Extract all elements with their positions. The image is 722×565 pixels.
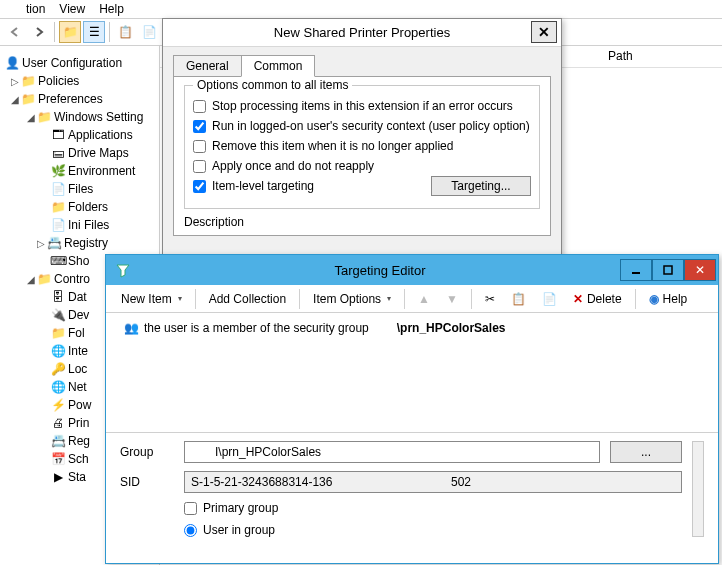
back-button[interactable] xyxy=(4,21,26,43)
close-button[interactable]: ✕ xyxy=(531,21,557,43)
cut-icon[interactable]: ✂ xyxy=(478,288,502,310)
item-icon: 📁 xyxy=(50,325,66,341)
tree-label: Prin xyxy=(68,416,89,430)
dialog-titlebar[interactable]: New Shared Printer Properties ✕ xyxy=(163,19,561,47)
move-down-icon[interactable]: ▼ xyxy=(439,288,465,310)
item-icon: 📁 xyxy=(50,199,66,215)
copy-icon[interactable]: 📋 xyxy=(504,288,533,310)
item-icon: 🌐 xyxy=(50,379,66,395)
tree-item[interactable]: ▷📇Registry xyxy=(0,234,159,252)
dialog-title: New Shared Printer Properties xyxy=(274,25,450,40)
menu-view[interactable]: View xyxy=(59,2,85,16)
folder-icon: 📁 xyxy=(36,271,52,287)
tree-user-config[interactable]: 👤 User Configuration xyxy=(0,54,159,72)
minimize-button[interactable] xyxy=(620,259,652,281)
user-in-group-label: User in group xyxy=(203,523,275,537)
tree-label: Sta xyxy=(68,470,86,484)
maximize-button[interactable] xyxy=(652,259,684,281)
item-icon: 📅 xyxy=(50,451,66,467)
option-row[interactable]: Run in logged-on user's security context… xyxy=(193,116,531,136)
expand-icon[interactable]: ▷ xyxy=(36,238,46,249)
option-row[interactable]: Stop processing items in this extension … xyxy=(193,96,531,116)
option-checkbox[interactable] xyxy=(193,120,206,133)
browse-button[interactable]: ... xyxy=(610,441,682,463)
tree-policies[interactable]: ▷ 📁 Policies xyxy=(0,72,159,90)
targeting-button[interactable]: Targeting... xyxy=(431,176,531,196)
item-icon: 🔌 xyxy=(50,307,66,323)
folder-icon[interactable]: 📁 xyxy=(59,21,81,43)
tree-preferences[interactable]: ◢ 📁 Preferences xyxy=(0,90,159,108)
option-checkbox[interactable] xyxy=(193,160,206,173)
option-checkbox[interactable] xyxy=(193,100,206,113)
primary-group-row[interactable]: Primary group xyxy=(184,501,682,515)
user-in-group-radio[interactable] xyxy=(184,524,197,537)
close-button[interactable]: ✕ xyxy=(684,259,716,281)
tree-windows-settings[interactable]: ◢ 📁 Windows Setting xyxy=(0,108,159,126)
tree-label: Environment xyxy=(68,164,135,178)
tree-label: User Configuration xyxy=(22,56,122,70)
targeting-icon xyxy=(112,259,134,281)
item-options-button[interactable]: Item Options▾ xyxy=(306,288,398,310)
tree-item[interactable]: 📁Folders xyxy=(0,198,159,216)
description-label: Description xyxy=(184,215,540,229)
svg-rect-0 xyxy=(632,272,640,274)
option-checkbox[interactable] xyxy=(193,140,206,153)
user-in-group-row[interactable]: User in group xyxy=(184,523,682,537)
copy-icon[interactable]: 📋 xyxy=(114,21,136,43)
collapse-icon[interactable]: ◢ xyxy=(26,112,36,123)
tree-label: Folders xyxy=(68,200,108,214)
tree-label: Policies xyxy=(38,74,79,88)
expand-icon[interactable]: ▷ xyxy=(10,76,20,87)
option-row[interactable]: Apply once and do not reapply xyxy=(193,156,531,176)
item-icon: 🔑 xyxy=(50,361,66,377)
tree-item[interactable]: 🌿Environment xyxy=(0,162,159,180)
scrollbar[interactable] xyxy=(692,441,704,537)
col-path[interactable]: Path xyxy=(600,46,641,67)
item-icon: 🖴 xyxy=(50,145,66,161)
help-button[interactable]: ◉Help xyxy=(642,288,695,310)
user-icon: 👤 xyxy=(4,55,20,71)
dialog-title: Targeting Editor xyxy=(140,263,620,278)
tree-item[interactable]: 📄Files xyxy=(0,180,159,198)
move-up-icon[interactable]: ▲ xyxy=(411,288,437,310)
folder-icon: 📁 xyxy=(20,91,36,107)
tree-label: Fol xyxy=(68,326,85,340)
add-collection-button[interactable]: Add Collection xyxy=(202,288,293,310)
collapse-icon[interactable]: ◢ xyxy=(10,94,20,105)
sid-field: S-1-5-21-3243688314-136 502 xyxy=(184,471,682,493)
collapse-icon[interactable]: ◢ xyxy=(26,274,36,285)
rule-text: the user is a member of the security gro… xyxy=(144,321,369,335)
item-icon: 🗔 xyxy=(50,127,66,143)
group-field[interactable]: I\prn_HPColorSales xyxy=(184,441,600,463)
tree-label: Drive Maps xyxy=(68,146,129,160)
option-checkbox[interactable] xyxy=(193,180,206,193)
menu-help[interactable]: Help xyxy=(99,2,124,16)
dialog-titlebar[interactable]: Targeting Editor ✕ xyxy=(106,255,718,285)
dropdown-icon: ▾ xyxy=(178,294,182,303)
menu-action[interactable]: tion xyxy=(26,2,45,16)
new-item-button[interactable]: New Item▾ xyxy=(114,288,189,310)
option-row[interactable]: Item-level targetingTargeting... xyxy=(193,176,531,196)
primary-group-checkbox[interactable] xyxy=(184,502,197,515)
svg-rect-1 xyxy=(664,266,672,274)
targeting-editor-dialog: Targeting Editor ✕ New Item▾ Add Collect… xyxy=(105,254,719,564)
option-row[interactable]: Remove this item when it is no longer ap… xyxy=(193,136,531,156)
list-view-icon[interactable]: ☰ xyxy=(83,21,105,43)
tree-item[interactable]: 🖴Drive Maps xyxy=(0,144,159,162)
item-icon: 📄 xyxy=(50,181,66,197)
paste-icon[interactable]: 📄 xyxy=(535,288,564,310)
forward-button[interactable] xyxy=(28,21,50,43)
rule-group-value: \prn_HPColorSales xyxy=(397,321,506,335)
option-label: Run in logged-on user's security context… xyxy=(212,119,530,133)
rule-line[interactable]: 👥 the user is a member of the security g… xyxy=(116,319,708,337)
paste-icon[interactable]: 📄 xyxy=(138,21,160,43)
tree-item[interactable]: 📄Ini Files xyxy=(0,216,159,234)
tab-general[interactable]: General xyxy=(173,55,242,77)
tree-item[interactable]: 🗔Applications xyxy=(0,126,159,144)
tree-label: Loc xyxy=(68,362,87,376)
item-icon: ⚡ xyxy=(50,397,66,413)
tab-common[interactable]: Common xyxy=(241,55,316,77)
sid-label: SID xyxy=(120,475,174,489)
delete-icon: ✕ xyxy=(573,292,583,306)
delete-button[interactable]: ✕Delete xyxy=(566,288,629,310)
